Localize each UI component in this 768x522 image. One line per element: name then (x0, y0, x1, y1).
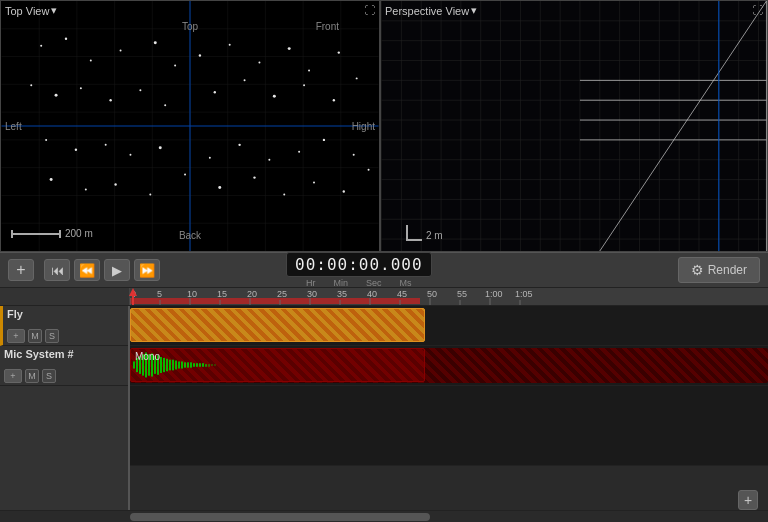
track-content: Mono (130, 306, 768, 510)
track-mute-fly[interactable]: M (28, 329, 42, 343)
viewport-perspective-arrow[interactable]: ▾ (471, 4, 477, 17)
viewports-container: Top View ▾ Top Left Hight Back 200 m ⛶ F… (0, 0, 768, 252)
svg-rect-154 (190, 362, 192, 367)
svg-point-51 (268, 159, 270, 161)
viewport-top-name: Top View (5, 5, 49, 17)
svg-point-29 (288, 47, 291, 50)
svg-point-49 (209, 157, 211, 159)
viewport-top-label[interactable]: Top View ▾ (5, 4, 57, 17)
svg-rect-135 (133, 361, 135, 368)
svg-text:45: 45 (397, 289, 407, 299)
svg-point-46 (105, 144, 107, 146)
svg-rect-162 (214, 364, 216, 366)
svg-point-37 (164, 104, 166, 106)
rewind-button[interactable]: ⏮ (44, 259, 70, 281)
bottom-add-button[interactable]: + (738, 490, 758, 510)
svg-rect-148 (172, 360, 174, 371)
fast-back-button[interactable]: ⏪ (74, 259, 100, 281)
add-button[interactable]: + (8, 259, 34, 281)
svg-point-24 (154, 41, 157, 44)
svg-point-62 (283, 193, 285, 195)
svg-rect-149 (175, 361, 177, 370)
clip-mic[interactable]: Mono (130, 348, 425, 382)
svg-point-40 (273, 95, 276, 98)
timecode-labels: Hr Min Sec Ms (302, 278, 416, 288)
play-button[interactable]: ▶ (104, 259, 130, 281)
timeline-scrollbar: + (0, 510, 768, 522)
svg-point-47 (129, 154, 131, 156)
svg-text:15: 15 (217, 289, 227, 299)
track-header-fly: Fly + M S (0, 306, 128, 346)
svg-rect-157 (199, 363, 201, 367)
viewport-top-arrow[interactable]: ▾ (51, 4, 57, 17)
viewport-perspective-name: Perspective View (385, 5, 469, 17)
svg-point-39 (244, 79, 246, 81)
clip-fly[interactable] (130, 308, 425, 342)
svg-point-65 (368, 169, 370, 171)
svg-text:35: 35 (337, 289, 347, 299)
svg-point-59 (184, 174, 186, 176)
track-name-fly: Fly (7, 308, 124, 320)
svg-point-23 (120, 50, 122, 52)
viewport-perspective-label[interactable]: Perspective View ▾ (385, 4, 477, 17)
timeline-ruler[interactable]: 0 5 10 15 20 25 30 35 40 (0, 288, 768, 306)
svg-rect-147 (169, 360, 171, 371)
track-solo-mic[interactable]: S (42, 369, 56, 383)
svg-point-57 (114, 183, 116, 185)
track-row-empty-1 (130, 386, 768, 466)
persp-scale-icon (406, 225, 422, 241)
svg-text:1:00: 1:00 (485, 289, 503, 299)
svg-point-25 (174, 64, 176, 66)
svg-rect-66 (382, 1, 767, 251)
svg-point-22 (90, 60, 92, 62)
track-headers: Fly + M S Mic System # + M S (0, 306, 130, 510)
render-button[interactable]: ⚙ Render (678, 257, 760, 283)
track-solo-fly[interactable]: S (45, 329, 59, 343)
svg-rect-145 (163, 358, 165, 372)
svg-rect-153 (187, 362, 189, 367)
svg-point-35 (109, 99, 111, 101)
svg-text:5: 5 (157, 289, 162, 299)
viewport-perspective[interactable]: Perspective View ▾ 2 m ⛶ (380, 0, 768, 252)
axis-right: Hight (352, 121, 375, 132)
svg-point-34 (80, 87, 82, 89)
svg-text:10: 10 (187, 289, 197, 299)
timecode-wrapper: 00:00:00.000 Hr Min Sec Ms (286, 252, 432, 288)
svg-text:30: 30 (307, 289, 317, 299)
svg-rect-152 (184, 362, 186, 367)
track-add-fly[interactable]: + (7, 329, 25, 343)
svg-point-61 (253, 176, 255, 178)
svg-point-60 (218, 186, 221, 189)
svg-point-33 (55, 94, 58, 97)
viewport-perspective-expand[interactable]: ⛶ (752, 4, 763, 16)
svg-point-42 (333, 99, 335, 101)
svg-text:20: 20 (247, 289, 257, 299)
fast-fwd-button[interactable]: ⏩ (134, 259, 160, 281)
svg-point-53 (323, 139, 325, 141)
gear-icon: ⚙ (691, 262, 704, 278)
svg-point-30 (308, 69, 310, 71)
svg-rect-158 (202, 363, 204, 367)
svg-point-63 (313, 182, 315, 184)
axis-front: Front (316, 21, 339, 32)
svg-point-36 (139, 89, 141, 91)
svg-text:1:05: 1:05 (515, 289, 533, 299)
tracks-container: Fly + M S Mic System # + M S (0, 306, 768, 510)
scrollbar-thumb[interactable] (130, 513, 430, 521)
track-mute-mic[interactable]: M (25, 369, 39, 383)
track-name-mic: Mic System # (4, 348, 124, 360)
svg-text:25: 25 (277, 289, 287, 299)
axis-back: Back (179, 230, 201, 241)
track-add-mic[interactable]: + (4, 369, 22, 383)
viewport-top-expand[interactable]: ⛶ (364, 4, 375, 16)
ruler-track: 0 5 10 15 20 25 30 35 40 (130, 288, 768, 306)
svg-rect-161 (211, 364, 213, 366)
svg-point-44 (45, 139, 47, 141)
svg-point-55 (50, 178, 53, 181)
track-row-fly (130, 306, 768, 346)
svg-point-52 (298, 151, 300, 153)
scale-bar-top: 200 m (11, 228, 93, 239)
svg-point-28 (258, 62, 260, 64)
svg-point-56 (85, 189, 87, 191)
viewport-top[interactable]: Top View ▾ Top Left Hight Back 200 m ⛶ F… (0, 0, 380, 252)
